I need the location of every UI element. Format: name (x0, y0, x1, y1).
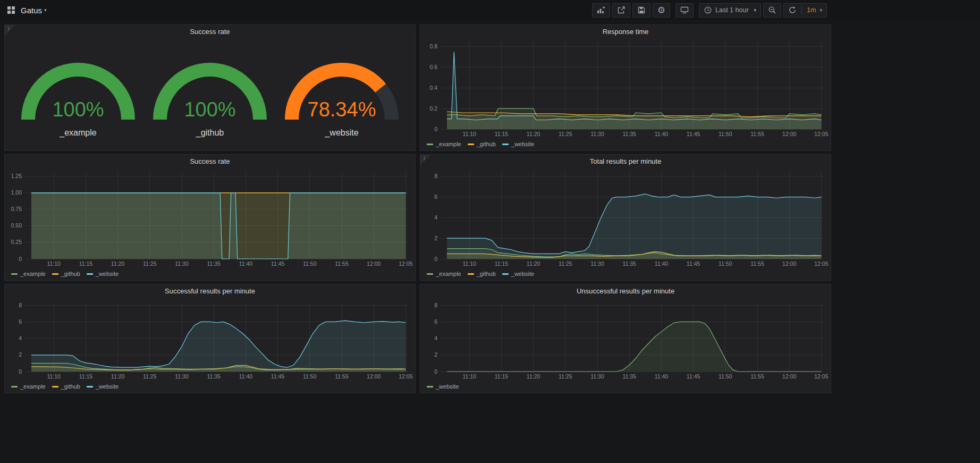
gauge-value: 78.34% (308, 98, 376, 121)
gear-icon: ⚙ (657, 6, 665, 15)
gauge-_website: 78.34%_website (279, 47, 404, 138)
share-dashboard-button[interactable] (612, 3, 630, 18)
dashboards-grid-button[interactable] (5, 4, 17, 16)
gauge-_github: 100%_github (147, 47, 273, 138)
dashboard-title-dropdown[interactable]: Gatus ▾ (21, 6, 47, 15)
legend-color-icon (87, 386, 93, 388)
svg-text:11:25: 11:25 (559, 260, 572, 267)
panel-title[interactable]: Unsuccessful results per minute (420, 284, 831, 298)
legend-item[interactable]: _github (468, 141, 496, 147)
legend: _website (420, 382, 831, 393)
legend-item[interactable]: _example (11, 271, 46, 277)
legend-item[interactable]: _website (427, 383, 459, 390)
chart-canvas[interactable]: 0246811:1011:1511:2011:2511:3011:3511:40… (5, 298, 415, 382)
legend-label: _website (96, 271, 119, 277)
view-mode-group (675, 3, 694, 18)
legend-color-icon (427, 386, 433, 388)
response-time-chart[interactable]: 00.20.40.60.811:1011:1511:2011:2511:3011… (420, 38, 831, 140)
svg-text:11:55: 11:55 (750, 131, 764, 137)
chevron-down-icon: ▾ (820, 7, 822, 13)
chart-canvas[interactable]: 0246811:1011:1511:2011:2511:3011:3511:40… (420, 298, 831, 382)
total-results-chart[interactable]: 0246811:1011:1511:2011:2511:3011:3511:40… (420, 168, 831, 270)
svg-text:11:10: 11:10 (47, 260, 61, 267)
legend-item[interactable]: _github (52, 271, 80, 277)
chart-canvas[interactable]: 00.20.40.60.811:1011:1511:2011:2511:3011… (420, 38, 831, 140)
svg-text:1.25: 1.25 (11, 173, 22, 179)
svg-text:11:45: 11:45 (271, 260, 285, 267)
legend-item[interactable]: _github (52, 383, 80, 390)
panel-total-results: i Total results per minute 0246811:1011:… (420, 154, 831, 281)
dashboard-grid: i Success rate 100%_example100%_github78… (4, 24, 976, 393)
chart-canvas[interactable]: 00.250.500.751.001.2511:1011:1511:2011:2… (5, 168, 415, 270)
svg-text:11:25: 11:25 (143, 260, 157, 267)
cycle-view-mode-button[interactable] (675, 3, 694, 18)
svg-text:12:05: 12:05 (814, 131, 828, 137)
svg-text:6: 6 (434, 318, 437, 325)
panel-response-time: Response time 00.20.40.60.811:1011:1511:… (420, 24, 831, 151)
legend-color-icon (427, 144, 433, 145)
panel-title[interactable]: Response time (420, 25, 831, 38)
svg-text:0.75: 0.75 (11, 206, 22, 212)
svg-text:8: 8 (434, 173, 437, 179)
info-corner-icon[interactable]: i (420, 155, 431, 165)
svg-text:11:20: 11:20 (527, 131, 540, 137)
zoom-out-time-button[interactable] (763, 3, 781, 18)
time-range-picker[interactable]: Last 1 hour ▾ (699, 3, 761, 18)
legend-label: _example (436, 271, 461, 277)
save-dashboard-button[interactable] (632, 3, 650, 18)
svg-text:12:05: 12:05 (814, 260, 828, 267)
svg-text:11:40: 11:40 (239, 260, 253, 267)
svg-text:12:00: 12:00 (367, 373, 381, 380)
legend-label: _website (511, 271, 534, 277)
svg-text:4: 4 (434, 214, 437, 221)
navbar: Gatus ▾ (0, 0, 980, 20)
svg-text:11:50: 11:50 (303, 260, 317, 267)
legend-color-icon (52, 273, 58, 275)
svg-text:1.00: 1.00 (11, 189, 22, 196)
chart-canvas[interactable]: 0246811:1011:1511:2011:2511:3011:3511:40… (420, 168, 831, 270)
navbar-right: ⚙ Last 1 hour ▾ (592, 3, 827, 18)
legend-label: _example (20, 383, 46, 390)
refresh-button[interactable]: 1m ▾ (783, 3, 827, 18)
svg-text:11:45: 11:45 (687, 131, 700, 137)
gauge-_example: 100%_example (15, 47, 141, 138)
svg-text:11:25: 11:25 (559, 373, 572, 380)
dashboard-settings-button[interactable]: ⚙ (653, 3, 670, 18)
legend-item[interactable]: _example (11, 383, 46, 390)
svg-text:11:15: 11:15 (79, 373, 93, 380)
success-rate-chart[interactable]: 00.250.500.751.001.2511:1011:1511:2011:2… (5, 168, 415, 270)
legend-label: _github (477, 141, 496, 147)
panel-title[interactable]: Successful results per minute (5, 284, 415, 298)
panel-title[interactable]: Success rate (5, 155, 415, 168)
svg-text:0: 0 (19, 256, 22, 262)
legend-item[interactable]: _website (87, 271, 119, 277)
legend-item[interactable]: _github (468, 271, 496, 277)
svg-text:8: 8 (434, 302, 437, 308)
tv-icon (680, 6, 689, 14)
panel-title[interactable]: Success rate (5, 25, 415, 38)
legend-item[interactable]: _example (427, 271, 461, 277)
refresh-interval-label: 1m (807, 6, 816, 14)
legend-item[interactable]: _website (502, 271, 534, 277)
legend: _example_github_website (5, 382, 415, 393)
legend-item[interactable]: _website (87, 383, 119, 390)
chevron-down-icon: ▾ (44, 7, 47, 13)
legend-color-icon (87, 273, 93, 275)
grid-icon (7, 6, 15, 14)
svg-text:8: 8 (19, 302, 22, 308)
svg-text:11:55: 11:55 (750, 260, 764, 267)
svg-text:11:30: 11:30 (590, 131, 604, 137)
svg-text:11:35: 11:35 (207, 373, 221, 380)
panel-title[interactable]: Total results per minute (420, 155, 831, 168)
legend-color-icon (502, 273, 509, 275)
unsuccessful-results-chart[interactable]: 0246811:1011:1511:2011:2511:3011:3511:40… (420, 298, 831, 382)
info-corner-icon[interactable]: i (5, 25, 15, 36)
add-panel-button[interactable] (592, 3, 610, 18)
successful-results-chart[interactable]: 0246811:1011:1511:2011:2511:3011:3511:40… (5, 298, 415, 382)
legend-item[interactable]: _website (502, 141, 534, 147)
legend-item[interactable]: _example (427, 141, 461, 147)
svg-text:0: 0 (19, 368, 22, 375)
legend-color-icon (468, 144, 474, 145)
svg-text:0.50: 0.50 (11, 222, 22, 229)
legend-color-icon (468, 273, 474, 275)
